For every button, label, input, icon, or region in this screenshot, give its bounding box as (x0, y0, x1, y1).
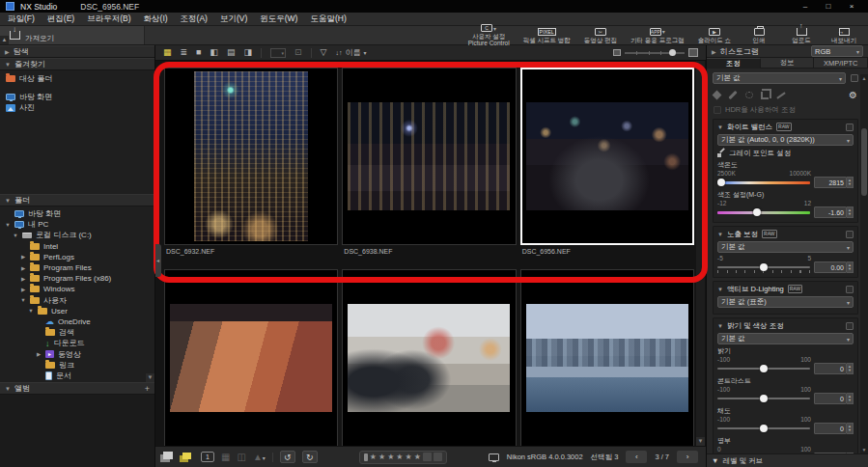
compare-images-icon[interactable] (163, 452, 173, 459)
contrast-slider[interactable] (717, 398, 810, 399)
rotate-left-button[interactable]: ↺ (280, 451, 295, 463)
minimize-button[interactable]: – (795, 1, 816, 12)
favorite-item-desktop[interactable]: 바탕 화면 (0, 92, 154, 102)
tree-item-my-pc[interactable]: ▼내 PC (0, 219, 154, 230)
upload-button[interactable]: 업로드 (787, 27, 816, 44)
slider-thumb[interactable] (760, 365, 768, 372)
thumbnail-size-slider[interactable] (613, 48, 698, 57)
tree-item-desktop[interactable]: 바탕 화면 (0, 208, 154, 219)
temp-value[interactable]: 2815 (814, 177, 847, 188)
tree-item-videos[interactable]: ▶▸동영상 (0, 348, 154, 359)
thumbnail-cell-3-selected[interactable]: DSC_6956.NEF (520, 68, 694, 258)
white-balance-checkbox[interactable] (846, 124, 854, 131)
toolbar-collapse-handle[interactable]: ▲ (0, 36, 9, 44)
tree-item-links[interactable]: 링크 (0, 360, 154, 371)
label-button[interactable] (434, 453, 442, 461)
add-album-button[interactable]: + (145, 384, 150, 394)
tree-scroll-down-arrow[interactable]: ▼ (146, 373, 154, 382)
navigation-section-header[interactable]: ▶ 탐색 (0, 45, 154, 58)
spinner-icon[interactable]: ▲▼ (847, 363, 854, 374)
sort-control[interactable]: ↓↑ 이름 ▾ (336, 47, 367, 58)
thumbnail-frame-selected[interactable] (520, 68, 694, 245)
print-button[interactable]: 인쇄 (744, 27, 773, 44)
temp-slider[interactable] (717, 181, 810, 184)
retouch-brush-icon[interactable] (713, 91, 722, 100)
thumbnail-frame[interactable] (342, 269, 516, 446)
fit-screen-icon[interactable]: ⊡ (294, 48, 302, 57)
rating-widget[interactable]: ★ ★ ★ ★ ★ ★ (359, 451, 447, 464)
single-view-icon[interactable]: ■ (196, 48, 201, 57)
spinner-icon[interactable]: ▲▼ (847, 177, 854, 188)
close-button[interactable]: × (841, 1, 862, 12)
brightness-value[interactable]: 0 (814, 363, 847, 374)
thumbnail-cell-5[interactable] (342, 269, 516, 446)
active-d-lighting-header[interactable]: ▼ 액티브 D-Lighting RAW (717, 284, 854, 294)
slider-thumb[interactable] (760, 425, 768, 432)
single-frame-icon[interactable]: 1 (201, 452, 214, 462)
selection-tool-icon[interactable] (745, 92, 753, 98)
protect-icon[interactable] (364, 453, 368, 461)
tint-slider-thumb[interactable] (753, 208, 761, 216)
tab-info[interactable]: 정보 (761, 58, 815, 69)
adl-checkbox[interactable] (846, 286, 854, 293)
thumbnail-frame[interactable] (164, 68, 338, 245)
brightness-color-header[interactable]: ▼ 밝기 및 색상 조정 (717, 320, 854, 331)
thumbnail-frame[interactable] (164, 269, 338, 446)
menu-view[interactable]: 보기(V) (220, 14, 247, 25)
menu-help[interactable]: 도움말(H) (310, 14, 346, 25)
spinner-icon[interactable]: ▲▼ (847, 393, 854, 404)
menu-adjust[interactable]: 조정(A) (181, 14, 208, 25)
thumbnail-scrollbar[interactable]: ▼ (696, 61, 705, 446)
gray-point-button[interactable]: 그레이 포인트 설정 (717, 149, 854, 158)
exposure-header[interactable]: ▼ 노출 보정 RAW (717, 229, 854, 239)
exposure-slider[interactable] (717, 266, 810, 268)
white-balance-preset-select[interactable]: 기본 값 (Auto0, 0, 0 (2820K)) ▾ (717, 134, 854, 146)
albums-section-header[interactable]: ▼ 앨범 + (0, 382, 154, 395)
slider-thumb[interactable] (760, 395, 768, 402)
favorite-item-target-folder[interactable]: 대상 폴더 (0, 73, 154, 84)
exposure-checkbox[interactable] (846, 231, 854, 238)
tree-item-search[interactable]: 검색 (0, 327, 154, 338)
grid-view-icon[interactable]: ▦ (163, 48, 172, 57)
contrast-value[interactable]: 0 (814, 393, 847, 404)
saturation-value[interactable]: 0 (814, 423, 847, 434)
previous-image-button[interactable]: ‹ (626, 451, 647, 463)
tint-value[interactable]: -1.60 (814, 206, 847, 218)
brightness-slider[interactable] (717, 368, 810, 370)
histogram-overlay-icon[interactable]: ▲▾ (253, 453, 266, 462)
import-button[interactable]: 가져오기 (0, 26, 145, 44)
thumbnail-frame[interactable] (342, 68, 516, 245)
inspector-scrollbar[interactable]: ▲ ▼ (860, 74, 868, 453)
white-balance-header[interactable]: ▼ 화이트 밸런스 RAW (717, 122, 854, 132)
split-compare-icon[interactable]: ◫ (237, 453, 245, 462)
grid-overlay-icon[interactable]: ▦ (221, 453, 230, 462)
size-slider-thumb[interactable] (669, 49, 676, 56)
thumbnail-cell-6[interactable] (520, 269, 694, 446)
tree-item-user[interactable]: ▼User (0, 306, 154, 316)
straighten-tool-icon[interactable] (776, 92, 785, 98)
image-info-view-icon[interactable]: ◧ (210, 48, 219, 57)
menu-edit[interactable]: 편집(E) (47, 14, 74, 25)
pencil-tool-icon[interactable] (728, 91, 737, 99)
tree-item-downloads[interactable]: ↓다운로드 (0, 338, 154, 348)
list-view-icon[interactable]: ≣ (181, 48, 188, 57)
rotate-right-button[interactable]: ↻ (302, 451, 318, 463)
star-icon[interactable]: ★ (387, 453, 394, 461)
tree-item-documents[interactable]: 문서 (0, 371, 154, 381)
folders-section-header[interactable]: ▼ 폴더 (0, 194, 154, 206)
star-icon[interactable]: ★ (414, 453, 421, 461)
hdr-adjust-row[interactable]: HDR을 사용하여 조정 (714, 105, 857, 115)
split-view-icon[interactable]: ◨ (244, 48, 253, 57)
crop-tool-icon[interactable] (761, 92, 769, 99)
thumbnail-cell-4[interactable] (164, 269, 338, 446)
maximize-button[interactable]: □ (818, 1, 839, 12)
multi-view-icon[interactable]: ▤ (227, 48, 236, 57)
brightness-color-preset-select[interactable]: 기본 값 ▾ (717, 333, 854, 344)
other-apps-button[interactable]: APP▾ 기타 응용 프로그램 (630, 27, 685, 44)
star-icon[interactable]: ★ (396, 453, 403, 461)
menu-file[interactable]: 파일(F) (8, 14, 35, 25)
scroll-down-arrow[interactable]: ▼ (696, 437, 705, 446)
histogram-section-header[interactable]: ▶ 히스토그램 RGB ▾ (707, 45, 868, 58)
levels-curves-header[interactable]: ▼ 레벨 및 커브 (707, 453, 868, 467)
tree-item-users[interactable]: ▼사용자 (0, 295, 154, 306)
